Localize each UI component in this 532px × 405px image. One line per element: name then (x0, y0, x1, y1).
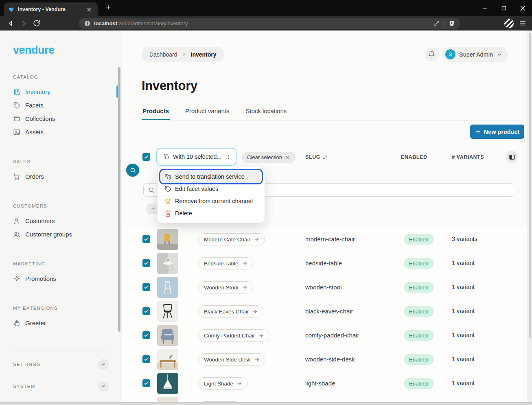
sidebar-item-customer-groups[interactable]: Customer groups (0, 228, 122, 241)
sidebar-item-customers[interactable]: Customers (0, 214, 122, 228)
vertical-scrollbar[interactable] (528, 31, 532, 402)
status-badge: Enabled (404, 354, 434, 365)
main-content: Dashboard Inventory Super Admin Inventor… (122, 31, 532, 405)
new-product-button[interactable]: New product (470, 125, 524, 139)
tab-stock-locations[interactable]: Stock locations (245, 105, 287, 120)
clear-selection-chip[interactable]: Clear selection (242, 152, 296, 163)
tab-products[interactable]: Products (142, 105, 170, 120)
browser-menu-icon[interactable] (519, 20, 526, 27)
user-menu[interactable]: Super Admin (442, 47, 508, 62)
arrow-right-icon (242, 285, 247, 290)
menu-item-delete[interactable]: Delete (161, 207, 261, 219)
brave-shields-icon[interactable] (449, 20, 455, 27)
close-icon (285, 155, 290, 160)
variant-count: 1 variant (452, 332, 475, 338)
tag-icon (13, 102, 20, 109)
maximize-button[interactable] (495, 0, 513, 16)
search-expand-button[interactable] (126, 164, 139, 177)
tab-product-variants[interactable]: Product variants (184, 105, 230, 120)
status-badge: Enabled (404, 306, 434, 317)
column-header-slug[interactable]: SLUG (305, 154, 328, 160)
product-slug: black-eaves-chair (305, 308, 353, 315)
sidebar-item-inventory[interactable]: Inventory (0, 85, 122, 99)
tab-close-icon[interactable]: ✕ (84, 6, 94, 13)
sidebar-section-sales: SALESOrders (0, 159, 122, 183)
reload-button[interactable] (32, 18, 42, 28)
back-button[interactable] (6, 18, 15, 28)
toolbar-separator (444, 20, 444, 26)
product-thumbnail (157, 301, 178, 322)
sidebar-section-marketing: MARKETINGPromotions (0, 261, 122, 285)
site-info-icon[interactable] (84, 20, 90, 26)
sidebar-section-settings-collapsed[interactable]: SETTINGS (0, 356, 122, 372)
sidebar-item-assets[interactable]: Assets (0, 125, 122, 139)
sidebar-divider (13, 350, 109, 350)
minimize-button[interactable] (476, 0, 495, 16)
search-icon (130, 167, 136, 173)
table-row: Comfy Padded Chaircomfy-padded-chairEnab… (122, 323, 532, 347)
product-slug: wooden-stool (305, 284, 342, 291)
product-name-link[interactable]: Light Shade (198, 377, 248, 390)
product-name-link[interactable]: Wooden Stool (198, 281, 253, 293)
product-name-link[interactable]: Bedside Table (198, 257, 253, 269)
horizontal-scrollbar[interactable] (0, 402, 532, 405)
row-checkbox[interactable] (142, 379, 150, 387)
inventory-icon (13, 88, 20, 96)
column-header-enabled: ENABLED (401, 154, 427, 160)
arrow-right-icon (258, 333, 264, 338)
menu-item-send-to-translation[interactable]: Send to translation service (161, 171, 261, 183)
browser-profile-avatar[interactable] (504, 18, 514, 28)
row-checkbox[interactable] (142, 307, 150, 315)
browser-tab[interactable]: Inventory • Vendure ✕ (4, 2, 98, 16)
row-checkbox[interactable] (142, 355, 150, 363)
url-bar[interactable]: localhost:3000/admin/catalog/inventory (79, 18, 460, 29)
hand-icon (13, 320, 20, 327)
notifications-bell-icon[interactable] (425, 47, 439, 61)
row-checkbox[interactable] (142, 283, 150, 291)
product-name-link[interactable]: Black Eaves Chair (198, 305, 263, 317)
product-name-link[interactable]: Wooden Side Desk (198, 353, 265, 366)
product-name: Bedside Table (204, 261, 239, 267)
row-checkbox[interactable] (142, 331, 150, 339)
menu-item-edit-facet-values[interactable]: Edit facet values (161, 183, 261, 195)
table-row: Bedside Tablebedside-tableEnabled1 varia… (122, 251, 532, 275)
sidebar-item-greeter[interactable]: Greeter (0, 316, 122, 330)
arrow-right-icon (242, 261, 247, 266)
product-name: Wooden Side Desk (204, 357, 251, 363)
section-title: SYSTEM (13, 384, 35, 389)
select-all-checkbox[interactable] (142, 153, 150, 161)
scrollbar-thumb[interactable] (529, 33, 531, 338)
product-thumbnail (157, 349, 178, 370)
product-name-link[interactable]: Comfy Padded Chair (198, 329, 269, 342)
sidebar-item-label: Customer groups (25, 231, 72, 238)
sidebar-nav: CATALOGInventoryFacetsCollectionsAssetsS… (0, 57, 122, 330)
product-slug: comfy-padded-chair (305, 332, 359, 339)
section-title: SALES (0, 159, 122, 164)
product-name: Wooden Stool (204, 285, 239, 291)
row-checkbox[interactable] (142, 259, 150, 267)
forward-button[interactable] (19, 18, 28, 28)
breadcrumb-dashboard[interactable]: Dashboard (149, 51, 177, 58)
bulk-actions-button[interactable]: With 10 selected... (156, 148, 236, 166)
close-window-button[interactable] (513, 0, 532, 16)
sidebar-item-facets[interactable]: Facets (0, 99, 122, 112)
sidebar-item-orders[interactable]: Orders (0, 170, 122, 183)
product-name-link[interactable]: Modern Cafe Chair (198, 233, 265, 245)
menu-item-remove-from-channel[interactable]: Remove from current channel (161, 195, 261, 207)
share-icon[interactable] (433, 20, 440, 27)
sidebar-scrollbar[interactable] (118, 67, 120, 332)
section-title: MARKETING (0, 261, 122, 266)
row-checkbox[interactable] (142, 235, 150, 243)
sort-icon (322, 155, 328, 160)
sidebar-item-collections[interactable]: Collections (0, 112, 122, 125)
sidebar-item-label: Orders (25, 173, 44, 180)
new-tab-button[interactable]: + (103, 2, 113, 14)
column-settings-button[interactable] (506, 151, 518, 163)
sidebar-item-label: Collections (25, 115, 55, 122)
sidebar-item-promotions[interactable]: Promotions (0, 272, 122, 285)
breadcrumb[interactable]: Dashboard Inventory (142, 47, 224, 62)
table-row: Black Eaves Chairblack-eaves-chairEnable… (122, 299, 532, 323)
chevron-down-icon[interactable] (98, 359, 109, 370)
chevron-down-icon[interactable] (98, 381, 109, 392)
sidebar-section-system-collapsed[interactable]: SYSTEM (0, 378, 122, 394)
